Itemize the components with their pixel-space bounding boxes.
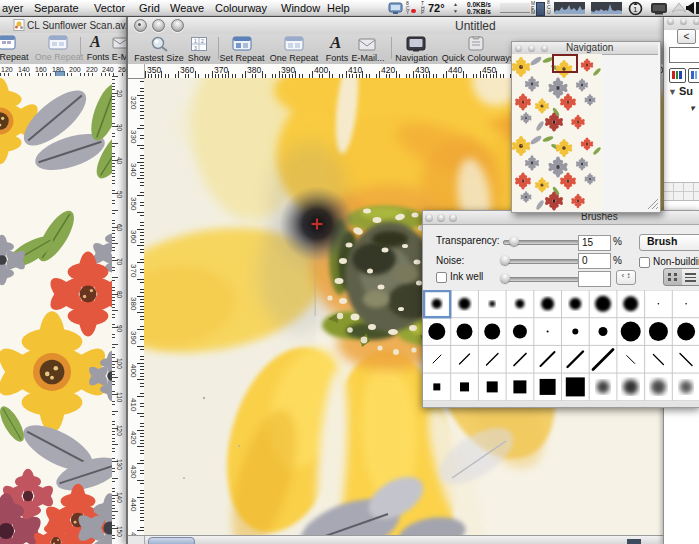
svg-text:2: 2	[201, 38, 204, 44]
svg-text:1: 1	[194, 38, 197, 44]
svg-text:3: 3	[194, 45, 197, 51]
svg-text:1: 1	[633, 5, 638, 14]
